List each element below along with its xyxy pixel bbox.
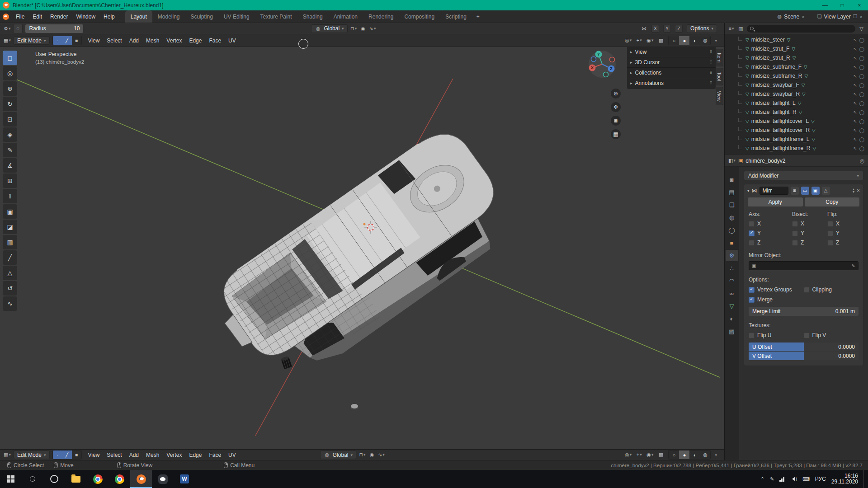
- poly-build-tool[interactable]: △: [3, 266, 17, 280]
- hide-viewport-toggle-icon[interactable]: ◯: [859, 146, 864, 151]
- world-properties-tab[interactable]: ◯: [726, 225, 738, 236]
- selectable-toggle-icon[interactable]: ↖: [853, 119, 857, 124]
- loop-cut-tool[interactable]: ▥: [3, 235, 17, 249]
- viewport-menu-item[interactable]: Add: [126, 452, 142, 458]
- selectable-toggle-icon[interactable]: ↖: [853, 146, 857, 151]
- u-offset-slider[interactable]: U Offset 0.0000: [749, 343, 859, 351]
- snap-magnet-icon[interactable]: ⊓: [350, 26, 357, 31]
- mode-dropdown[interactable]: Edit Mode ▾: [14, 36, 50, 45]
- hide-viewport-toggle-icon[interactable]: ◯: [859, 110, 864, 115]
- hide-viewport-toggle-icon[interactable]: ◯: [859, 83, 864, 88]
- viewport-menu-item[interactable]: UV: [225, 452, 240, 458]
- panel-divider[interactable]: [724, 23, 725, 460]
- outliner-item[interactable]: ▽ midsize_taillightcover_L ▽ ↖ ◯: [725, 117, 868, 126]
- npanel-tab[interactable]: View: [716, 87, 723, 106]
- taskbar-search-button[interactable]: [22, 470, 43, 488]
- viewport-menu-item[interactable]: Vertex: [163, 452, 185, 458]
- language-indicator[interactable]: РУС: [815, 476, 826, 482]
- falloff-icon[interactable]: ∿: [378, 452, 385, 457]
- merge-limit-slider[interactable]: Merge Limit 0.001 m: [749, 307, 859, 316]
- options-dropdown[interactable]: Options ▾: [687, 24, 717, 33]
- outliner-item-name[interactable]: midsize_taillight_L: [751, 100, 796, 106]
- smooth-tool[interactable]: ∿: [3, 296, 17, 311]
- remove-modifier-icon[interactable]: ×: [857, 188, 860, 194]
- selectable-toggle-icon[interactable]: ↖: [853, 47, 857, 52]
- copy-button[interactable]: Copy: [805, 197, 860, 206]
- render-properties-tab[interactable]: ◙: [726, 174, 738, 185]
- outliner-item[interactable]: ▽ midsize_swaybar_F ▽ ↖ ◯: [725, 80, 868, 89]
- viewport-menu-item[interactable]: View: [85, 452, 104, 458]
- hide-viewport-toggle-icon[interactable]: ◯: [859, 74, 864, 79]
- outliner-item-name[interactable]: midsize_taillight_R: [751, 109, 797, 115]
- selectable-toggle-icon[interactable]: ↖: [853, 56, 857, 61]
- touch-keyboard-icon[interactable]: ⌨: [802, 476, 810, 482]
- modifier-editmode-toggle[interactable]: ▣: [811, 187, 820, 195]
- ortho-toggle-icon[interactable]: ▦: [611, 129, 621, 139]
- npanel-section[interactable]: View ⠿: [627, 47, 716, 57]
- browser-button[interactable]: [108, 470, 130, 488]
- npanel-tab[interactable]: Tool: [716, 68, 723, 85]
- shading-dropdown-icon[interactable]: ▾: [715, 453, 717, 457]
- outliner-item[interactable]: ▽ midsize_taillight_R ▽ ↖ ◯: [725, 108, 868, 117]
- small-mesh-object[interactable]: [351, 404, 358, 408]
- wireframe-shading-button[interactable]: ○: [669, 450, 679, 459]
- cursor-tool[interactable]: ◎: [3, 66, 17, 80]
- menu-item[interactable]: Render: [46, 10, 72, 23]
- viewport-menu-item[interactable]: UV: [225, 38, 240, 44]
- overlays-toggle-icon[interactable]: ◉: [646, 452, 653, 457]
- move-down-icon[interactable]: ▾: [853, 191, 854, 193]
- viewport-menu-item[interactable]: Edge: [185, 452, 205, 458]
- radius-slider[interactable]: Radius 10: [25, 24, 83, 33]
- outliner-item-name[interactable]: midsize_strut_R: [751, 55, 790, 61]
- xray-toggle-icon[interactable]: ▩: [657, 452, 664, 457]
- proportional-edit-icon[interactable]: ◉: [368, 452, 375, 457]
- edge-select-button[interactable]: ╱: [62, 36, 72, 45]
- start-button[interactable]: [0, 470, 22, 488]
- material-properties-tab[interactable]: ◐: [726, 313, 738, 324]
- view-layer-selector[interactable]: ❏ View Layer ❐ ×: [817, 14, 863, 20]
- add-workspace-button[interactable]: +: [472, 14, 484, 20]
- visibility-dropdown-icon[interactable]: ◎: [625, 38, 632, 43]
- solid-shading-button[interactable]: ●: [679, 450, 689, 459]
- scene-selector[interactable]: ◍ Scene ×: [778, 14, 805, 20]
- viewport-menu-item[interactable]: Select: [103, 38, 125, 44]
- face-select-button[interactable]: ■: [72, 36, 81, 45]
- workspace-tab[interactable]: Modeling: [152, 10, 185, 23]
- wireframe-shading-button[interactable]: ○: [669, 36, 679, 45]
- mode-dropdown[interactable]: Edit Mode ▾: [14, 450, 50, 459]
- mirror-object-field[interactable]: ▣ ✎: [749, 261, 859, 270]
- cortana-button[interactable]: [43, 470, 65, 488]
- workspace-tab[interactable]: Animation: [328, 10, 363, 23]
- chrome-button[interactable]: [87, 470, 108, 488]
- workspace-tab[interactable]: Compositing: [399, 10, 440, 23]
- zoom-icon[interactable]: ⊕: [611, 89, 621, 99]
- annotate-tool[interactable]: ✎: [3, 143, 17, 157]
- gizmo-x-neg[interactable]: [610, 57, 615, 62]
- outliner-item[interactable]: ▽ midsize_taillightframe_R ▽ ↖ ◯: [725, 144, 868, 153]
- outliner-item-name[interactable]: midsize_taillightcover_L: [751, 118, 809, 124]
- bisect-z-checkbox[interactable]: [792, 240, 798, 246]
- modifier-name-field[interactable]: Mirr: [760, 187, 788, 195]
- viewport-menu-item[interactable]: Edge: [185, 38, 205, 44]
- outliner-editor-icon[interactable]: ≡: [728, 26, 735, 31]
- workspace-tab[interactable]: Scripting: [440, 10, 472, 23]
- solid-shading-button[interactable]: ●: [679, 36, 689, 45]
- transform-tool[interactable]: ◈: [3, 127, 17, 142]
- modifier-render-toggle[interactable]: ◙: [791, 187, 799, 195]
- camera-view-icon[interactable]: ◙: [611, 116, 621, 126]
- outliner-item-name[interactable]: midsize_taillightframe_L: [751, 136, 810, 142]
- modifier-reorder-buttons[interactable]: ▴ ▾: [853, 188, 854, 193]
- npanel-section[interactable]: Collections ⠿: [627, 68, 716, 78]
- npanel-section[interactable]: Annotations ⠿: [627, 78, 716, 89]
- menu-item[interactable]: File: [12, 10, 28, 23]
- scale-tool[interactable]: ⊡: [3, 112, 17, 127]
- modifier-cage-toggle[interactable]: △: [822, 187, 830, 195]
- outliner-item[interactable]: ▽ midsize_taillightcover_R ▽ ↖ ◯: [725, 126, 868, 135]
- editor-type-icon[interactable]: ▦: [4, 452, 11, 457]
- car-mesh-object[interactable]: [200, 122, 526, 399]
- navigation-gizmo[interactable]: Y X Z: [588, 50, 617, 79]
- rendered-shading-button[interactable]: ◍: [700, 36, 710, 45]
- selectable-toggle-icon[interactable]: ↖: [853, 83, 857, 88]
- outliner-item[interactable]: ▽ midsize_swaybar_R ▽ ↖ ◯: [725, 89, 868, 99]
- outliner-item-name[interactable]: midsize_taillightcover_R: [751, 127, 810, 133]
